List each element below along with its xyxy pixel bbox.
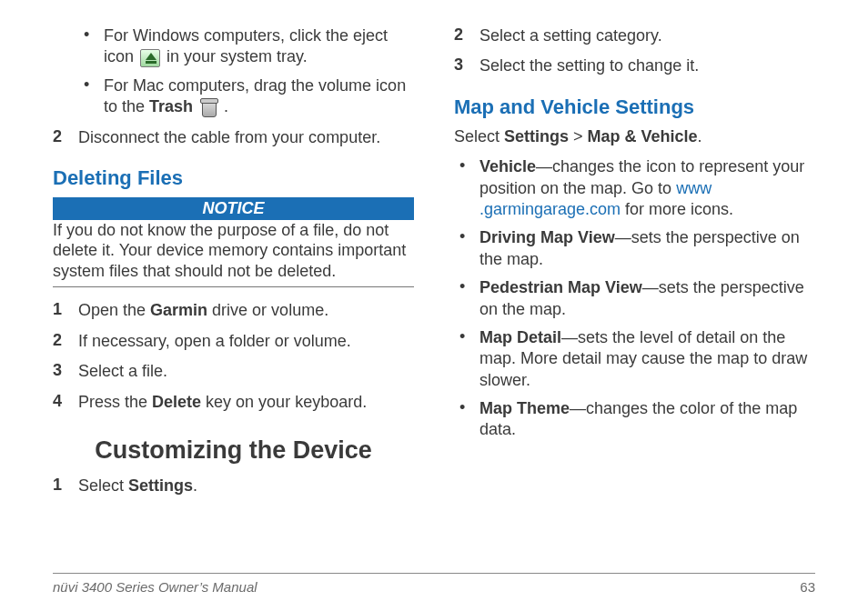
heading-deleting-files: Deleting Files xyxy=(53,166,414,190)
nav-path: Select Settings > Map & Vehicle. xyxy=(454,126,815,147)
bullet-item: • For Mac computers, drag the volume ico… xyxy=(78,75,414,118)
text-run: . xyxy=(698,127,702,145)
step-number: 2 xyxy=(454,25,479,45)
step-number: 1 xyxy=(53,300,78,319)
bullet-item: • Pedestrian Map View—sets the perspecti… xyxy=(454,277,815,320)
text-run: Open the xyxy=(78,301,150,319)
bullet-dot: • xyxy=(78,75,104,95)
bullet-dot: • xyxy=(454,227,479,246)
numbered-step: 3 Select a file. xyxy=(53,361,414,382)
bullet-dot: • xyxy=(78,25,104,45)
bullet-text: Vehicle—changes the icon to represent yo… xyxy=(479,156,815,220)
trash-icon xyxy=(199,97,217,117)
text-bold: Settings xyxy=(128,476,193,495)
step-text: Disconnect the cable from your computer. xyxy=(78,127,414,148)
bullet-item: • Map Theme—changes the color of the map… xyxy=(454,398,815,441)
step-text: Press the Delete key on your keyboard. xyxy=(78,392,414,413)
text-bold: Map Detail xyxy=(479,328,561,346)
bullet-text: Pedestrian Map View—sets the perspective… xyxy=(479,277,815,320)
numbered-step: 1 Open the Garmin drive or volume. xyxy=(53,300,414,321)
page-columns: • For Windows computers, click the eject… xyxy=(53,25,815,564)
step-text: Open the Garmin drive or volume. xyxy=(78,300,414,321)
text-bold: Map & Vehicle xyxy=(588,127,698,145)
step-number: 4 xyxy=(53,392,78,411)
numbered-step: 4 Press the Delete key on your keyboard. xyxy=(53,392,414,413)
text-bold: Vehicle xyxy=(479,157,536,175)
text-bold: Garmin xyxy=(150,301,207,319)
footer-title: nüvi 3400 Series Owner’s Manual xyxy=(53,579,257,595)
bullet-dot: • xyxy=(454,156,479,175)
bullet-item: • Vehicle—changes the icon to represent … xyxy=(454,156,815,220)
numbered-step: 3 Select the setting to change it. xyxy=(454,55,815,76)
step-text: Select a setting category. xyxy=(479,25,815,46)
eject-bullets: • For Windows computers, click the eject… xyxy=(53,25,414,118)
bullet-dot: • xyxy=(454,398,479,417)
text-bold: Trash xyxy=(149,97,193,115)
text-bold: Map Theme xyxy=(479,399,570,417)
bullet-item: • Driving Map View—sets the perspective … xyxy=(454,227,815,270)
notice-text: If you do not know the purpose of a file… xyxy=(53,220,414,288)
bullet-text: For Mac computers, drag the volume icon … xyxy=(104,75,414,118)
step-number: 2 xyxy=(53,331,78,350)
step-number: 3 xyxy=(53,361,78,380)
step-text: Select a file. xyxy=(78,361,414,382)
bullet-dot: • xyxy=(454,277,479,296)
page-number: 63 xyxy=(800,579,815,595)
text-run: for more icons. xyxy=(621,200,733,218)
text-run: Press the xyxy=(78,393,152,411)
step-text: Select Settings. xyxy=(78,476,414,496)
numbered-step: 2 If necessary, open a folder or volume. xyxy=(53,331,414,352)
page-footer: nüvi 3400 Series Owner’s Manual 63 xyxy=(53,573,815,595)
step-number: 2 xyxy=(53,127,78,146)
step-number: 1 xyxy=(53,476,78,495)
text-run: . xyxy=(193,476,197,495)
text-bold: Pedestrian Map View xyxy=(479,278,642,296)
bullet-item: • For Windows computers, click the eject… xyxy=(78,25,414,68)
text-run: . xyxy=(219,97,228,115)
bullet-dot: • xyxy=(454,327,479,346)
eject-icon xyxy=(140,49,160,67)
bullet-text: Map Theme—changes the color of the map d… xyxy=(479,398,815,441)
bullet-item: • Map Detail—sets the level of detail on… xyxy=(454,327,815,391)
text-run: key on your keyboard. xyxy=(201,393,367,411)
text-run: Select xyxy=(454,127,504,145)
text-run: drive or volume. xyxy=(207,301,328,319)
notice-bar: NOTICE xyxy=(53,197,414,220)
step-text: If necessary, open a folder or volume. xyxy=(78,331,414,352)
text-run: > xyxy=(569,127,588,145)
heading-map-vehicle: Map and Vehicle Settings xyxy=(454,95,815,119)
heading-customizing-device: Customizing the Device xyxy=(53,436,414,465)
right-column: 2 Select a setting category. 3 Select th… xyxy=(454,25,815,564)
bullet-text: Driving Map View—sets the perspective on… xyxy=(479,227,815,270)
text-bold: Delete xyxy=(152,393,201,411)
text-bold: Driving Map View xyxy=(479,228,615,246)
text-run: in your system tray. xyxy=(162,47,308,65)
step-number: 3 xyxy=(454,55,479,75)
bullet-text: Map Detail—sets the level of detail on t… xyxy=(479,327,815,391)
text-bold: Settings xyxy=(504,127,569,145)
numbered-step: 1 Select Settings. xyxy=(53,476,414,496)
bullet-text: For Windows computers, click the eject i… xyxy=(104,25,414,68)
step-text: Select the setting to change it. xyxy=(479,55,815,76)
numbered-step: 2 Disconnect the cable from your compute… xyxy=(53,127,414,148)
numbered-step: 2 Select a setting category. xyxy=(454,25,815,46)
left-column: • For Windows computers, click the eject… xyxy=(53,25,414,564)
text-run: Select xyxy=(78,476,128,495)
